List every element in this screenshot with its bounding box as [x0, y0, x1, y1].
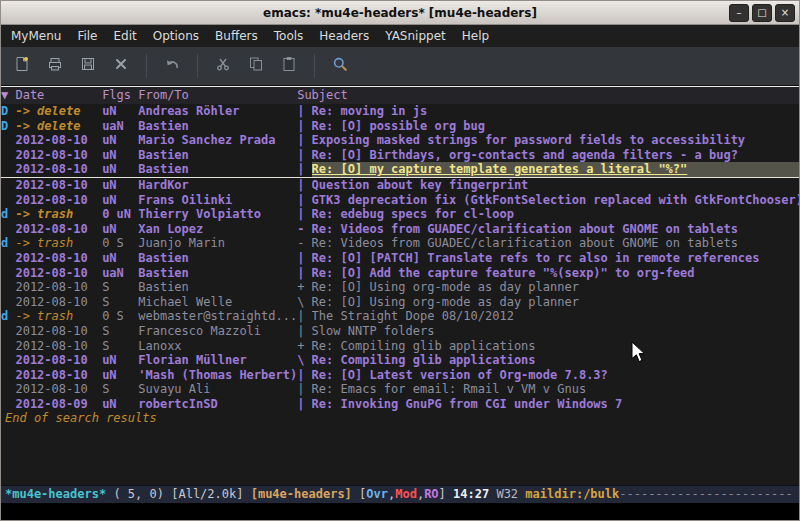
close-icon[interactable]: ×	[775, 4, 795, 22]
thread-indicator: |	[297, 119, 311, 134]
flags-cell: uN	[102, 222, 138, 237]
print-icon	[47, 56, 63, 76]
date-cell: 2012-08-10	[15, 368, 102, 383]
from-cell: Bastien	[138, 162, 297, 177]
paste-icon	[281, 56, 297, 76]
sort-direction-icon[interactable]: ▼	[1, 87, 15, 104]
print-button[interactable]	[40, 51, 70, 81]
message-row[interactable]: 2012-08-10uNBastien|Re: [O] Birthdays, o…	[1, 148, 799, 163]
column-header-flags[interactable]: Flgs	[102, 87, 138, 104]
from-cell: Bastien	[138, 119, 297, 134]
message-row[interactable]: D-> deleteuNAndreas Röhler|Re: moving in…	[1, 104, 799, 119]
subject-cell: Re: Videos from GUADEC/clarification abo…	[312, 236, 799, 251]
emacs-window: emacs: *mu4e-headers* [mu4e-headers] – □…	[0, 0, 800, 521]
column-header-date[interactable]: Date	[15, 87, 102, 104]
subject-cell: Exposing masked strings for password fie…	[312, 133, 799, 148]
search-button[interactable]	[325, 51, 355, 81]
message-row[interactable]: d-> trash0 uNThierry Volpiatto|Re: edebu…	[1, 207, 799, 222]
new-message-button[interactable]	[7, 51, 37, 81]
menu-item-options[interactable]: Options	[145, 26, 207, 46]
message-row[interactable]: 2012-08-10uN'Mash (Thomas Herbert)|Re: […	[1, 368, 799, 383]
save-button[interactable]	[73, 51, 103, 81]
cut-icon	[215, 56, 231, 76]
toolbar-separator	[146, 54, 147, 78]
flags-cell: uN	[102, 148, 138, 163]
thread-indicator: |	[297, 133, 311, 148]
menu-item-yasnippet[interactable]: YASnippet	[377, 26, 454, 46]
copy-button[interactable]	[241, 51, 271, 81]
paste-button[interactable]	[274, 51, 304, 81]
message-row[interactable]: 2012-08-10SSuvayu Ali|Re: Emacs for emai…	[1, 382, 799, 397]
thread-indicator: +	[297, 339, 311, 354]
mark-indicator: d	[1, 236, 15, 251]
message-row[interactable]: 2012-08-10uNHardKor|Question about key f…	[1, 178, 799, 193]
column-header-subject[interactable]: Subject	[297, 87, 799, 104]
cut-button[interactable]	[208, 51, 238, 81]
from-cell: Florian Müllner	[138, 353, 297, 368]
mark-indicator	[1, 133, 15, 148]
modeline-win: W32	[496, 487, 518, 501]
mark-indicator	[1, 266, 15, 281]
message-row[interactable]: 2012-08-10uNFrans Oilinki|GTK3 deprecati…	[1, 193, 799, 208]
message-row[interactable]: 2012-08-10SBastien+Re: [O] Using org-mod…	[1, 280, 799, 295]
menu-item-help[interactable]: Help	[454, 26, 497, 46]
mark-indicator	[1, 339, 15, 354]
message-row[interactable]: d-> trash0 SJuanjo Marin-Re: Videos from…	[1, 236, 799, 251]
subject-cell: Re: Compiling glib applications	[312, 339, 799, 354]
modeline-mod: Mod	[395, 487, 417, 501]
modeline-plain	[243, 487, 250, 501]
message-row[interactable]: 2012-08-10uaNBastien|Re: [O] Add the cap…	[1, 266, 799, 281]
subject-cell: Re: [O] possible org bug	[312, 119, 799, 134]
subject-cell: GTK3 deprecation fix (GtkFontSelection r…	[312, 193, 799, 208]
flags-cell: uaN	[102, 119, 138, 134]
message-row[interactable]: 2012-08-10uNXan Lopez-Re: Videos from GU…	[1, 222, 799, 237]
from-cell: webmaster@straightd...	[138, 309, 297, 324]
date-cell: 2012-08-10	[15, 162, 102, 177]
undo-button[interactable]	[157, 51, 187, 81]
mark-indicator	[1, 397, 15, 412]
column-header-from[interactable]: From/To	[138, 87, 297, 104]
maximize-icon[interactable]: □	[752, 4, 772, 22]
message-row[interactable]: 2012-08-09uNrobertcInSD|Re: Invoking Gnu…	[1, 397, 799, 412]
from-cell: Andreas Röhler	[138, 104, 297, 119]
menu-item-mymenu[interactable]: MyMenu	[3, 26, 69, 46]
message-row[interactable]: 2012-08-10uNBastien|Re: [O] my capture t…	[1, 162, 799, 178]
message-row[interactable]: 2012-08-10uNMario Sanchez Prada|Exposing…	[1, 133, 799, 148]
menu-item-buffers[interactable]: Buffers	[207, 26, 266, 46]
message-row[interactable]: d-> trash0 Swebmaster@straightd...|The S…	[1, 309, 799, 324]
undo-icon	[164, 56, 180, 76]
modeline-dashes: ------------------------	[619, 487, 792, 501]
message-row[interactable]: 2012-08-10SLanoxx+Re: Compiling glib app…	[1, 339, 799, 354]
minimize-icon[interactable]: –	[729, 4, 749, 22]
message-row[interactable]: 2012-08-10SFrancesco Mazzoli|Slow NNTP f…	[1, 324, 799, 339]
menu-item-tools[interactable]: Tools	[266, 26, 312, 46]
flags-cell: 0 S	[102, 236, 138, 251]
modeline-buffer: *mu4e-headers*	[5, 487, 106, 501]
echo-area[interactable]	[1, 503, 799, 520]
modeline-mode: [mu4e-headers]	[251, 487, 352, 501]
mark-action-cell: -> delete	[15, 104, 102, 119]
modeline-plain: [All/2.0k]	[171, 487, 243, 501]
modeline-ro: RO	[424, 487, 438, 501]
message-row[interactable]: D-> deleteuaNBastien|Re: [O] possible or…	[1, 119, 799, 134]
flags-cell: uN	[102, 178, 138, 193]
tool-bar	[1, 47, 799, 86]
thread-indicator: |	[297, 324, 311, 339]
mark-indicator	[1, 251, 15, 266]
close-button[interactable]	[106, 51, 136, 81]
mark-indicator	[1, 382, 15, 397]
date-cell: 2012-08-09	[15, 397, 102, 412]
menu-item-headers[interactable]: Headers	[311, 26, 377, 46]
mark-action-cell: -> trash	[15, 309, 102, 324]
menu-item-file[interactable]: File	[69, 26, 105, 46]
menu-item-edit[interactable]: Edit	[106, 26, 145, 46]
message-row[interactable]: 2012-08-10uNFlorian Müllner\Re: Compilin…	[1, 353, 799, 368]
mark-indicator	[1, 353, 15, 368]
flags-cell: uN	[102, 397, 138, 412]
from-cell: HardKor	[138, 178, 297, 193]
message-row[interactable]: 2012-08-10SMichael Welle\Re: [O] Using o…	[1, 295, 799, 310]
message-list: D-> deleteuNAndreas Röhler|Re: moving in…	[1, 104, 799, 411]
flags-cell: uN	[102, 162, 138, 177]
message-row[interactable]: 2012-08-10uNBastien|Re: [O] [PATCH] Tran…	[1, 251, 799, 266]
thread-indicator: |	[297, 178, 311, 193]
